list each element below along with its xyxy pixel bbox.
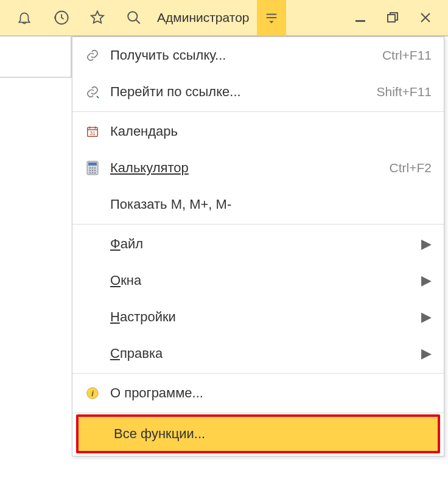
svg-point-1 xyxy=(128,12,137,21)
svg-rect-3 xyxy=(388,15,395,22)
svg-rect-7 xyxy=(88,162,97,166)
menu-separator xyxy=(72,224,444,225)
link-icon xyxy=(80,48,105,63)
menu-item-label: Настройки xyxy=(105,309,421,325)
user-label[interactable]: Администратор xyxy=(152,10,254,25)
menu-item-settings[interactable]: Настройки ▶ xyxy=(72,299,444,335)
chevron-right-icon: ▶ xyxy=(421,236,432,252)
close-icon[interactable] xyxy=(419,11,432,24)
svg-rect-2 xyxy=(355,20,365,22)
panel-stub xyxy=(0,37,72,78)
menu-item-show-m[interactable]: Показать M, M+, M- xyxy=(72,186,444,223)
menu-item-about[interactable]: i О программе... xyxy=(72,375,444,411)
svg-point-12 xyxy=(92,170,94,172)
svg-point-8 xyxy=(89,167,91,169)
history-icon[interactable] xyxy=(43,0,79,36)
menu-item-label: Окна xyxy=(105,273,421,288)
menu-item-label: Перейти по ссылке... xyxy=(105,84,377,100)
minimize-icon[interactable] xyxy=(354,12,366,24)
svg-text:31: 31 xyxy=(89,131,96,136)
menu-separator xyxy=(72,373,444,374)
info-icon: i xyxy=(80,386,105,400)
menu-item-calculator[interactable]: Калькулятор Ctrl+F2 xyxy=(72,150,444,186)
chevron-right-icon: ▶ xyxy=(421,309,432,325)
svg-text:i: i xyxy=(91,389,94,398)
main-menu-button[interactable] xyxy=(257,0,286,36)
menu-item-shortcut: Ctrl+F11 xyxy=(382,48,432,63)
menu-item-label: Календарь xyxy=(105,124,432,139)
menu-item-help[interactable]: Справка ▶ xyxy=(72,335,444,372)
menu-item-calendar[interactable]: 31 Календарь xyxy=(72,113,444,150)
svg-point-16 xyxy=(94,172,96,174)
calculator-icon xyxy=(80,161,105,175)
restore-icon[interactable] xyxy=(386,11,399,24)
svg-point-15 xyxy=(92,172,94,174)
menu-item-label: О программе... xyxy=(105,385,432,401)
menu-item-label: Все функции... xyxy=(109,426,425,442)
menu-item-label: Справка xyxy=(105,346,421,361)
search-icon[interactable] xyxy=(116,0,152,36)
svg-point-10 xyxy=(94,167,96,169)
menu-item-label: Показать M, M+, M- xyxy=(105,197,432,212)
menu-item-file[interactable]: Файл ▶ xyxy=(72,226,444,262)
menu-item-all-functions[interactable]: Все функции... xyxy=(79,417,438,451)
star-icon[interactable] xyxy=(79,0,116,36)
menu-item-goto-link[interactable]: Перейти по ссылке... Shift+F11 xyxy=(72,74,444,110)
link-go-icon xyxy=(80,85,105,99)
bell-icon[interactable] xyxy=(6,0,43,36)
window-controls xyxy=(337,11,442,24)
menu-separator xyxy=(72,111,444,112)
menu-item-get-link[interactable]: Получить ссылку... Ctrl+F11 xyxy=(72,37,444,74)
calendar-icon: 31 xyxy=(80,125,105,138)
menu-item-shortcut: Ctrl+F2 xyxy=(390,161,432,175)
app-toolbar: Администратор xyxy=(0,0,448,37)
svg-point-14 xyxy=(89,172,91,174)
chevron-right-icon: ▶ xyxy=(421,273,432,288)
menu-separator xyxy=(72,413,444,413)
chevron-right-icon: ▶ xyxy=(421,346,432,361)
svg-point-11 xyxy=(89,170,91,172)
menu-item-shortcut: Shift+F11 xyxy=(377,85,432,99)
menu-item-label: Файл xyxy=(105,236,421,252)
menu-item-label: Калькулятор xyxy=(105,160,390,176)
svg-point-9 xyxy=(92,167,94,169)
svg-point-13 xyxy=(94,170,96,172)
main-menu-dropdown: Получить ссылку... Ctrl+F11 Перейти по с… xyxy=(72,37,444,456)
menu-item-label: Получить ссылку... xyxy=(105,47,382,63)
highlight-box: Все функции... xyxy=(76,414,440,453)
menu-item-windows[interactable]: Окна ▶ xyxy=(72,262,444,299)
